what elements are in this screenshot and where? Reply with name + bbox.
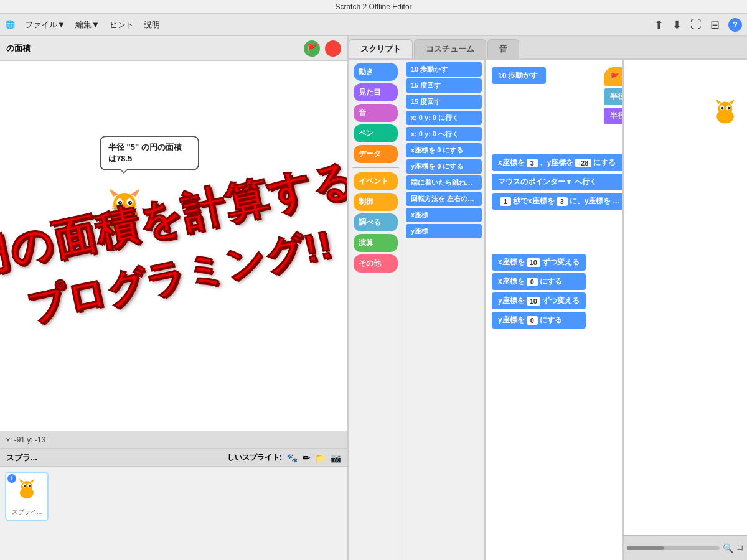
- svg-point-34: [728, 107, 730, 110]
- svg-marker-29: [715, 99, 721, 104]
- block-stack-3: x座標を 3 、y座標を -28 にする マウスのポインター▼ へ行く 1 秒で…: [492, 153, 622, 211]
- camera-sprite-icon[interactable]: 📷: [331, 453, 341, 463]
- stop-button[interactable]: [325, 40, 341, 57]
- svg-point-17: [113, 223, 123, 229]
- stage-right-cat-icon: [710, 97, 741, 134]
- upload-button[interactable]: ⬆: [654, 18, 664, 32]
- script-content: 動き 見た目 音 ペン データ イベント 制御 調べる 演算 その他 10 歩動…: [349, 60, 747, 560]
- edit-menu[interactable]: 編集▼: [75, 19, 100, 30]
- pb-turn-r[interactable]: 15 度回す: [406, 78, 482, 93]
- stage-header: の面積 🚩: [0, 36, 347, 61]
- block-stack-1: 10 歩動かす: [492, 66, 546, 85]
- block-change-x[interactable]: x座標を 10 ずつ変える: [492, 254, 586, 271]
- overlay-line2: プログラミング!!: [22, 218, 337, 334]
- menu-bar: 🌐 ファイル▼ 編集▼ ヒント 説明 ⬆ ⬇ ⛶ ⊟ ?: [0, 14, 747, 36]
- title-bar: Scratch 2 Offline Editor: [0, 0, 747, 14]
- svg-point-20: [21, 481, 32, 492]
- block-change-y[interactable]: y座標を 10 ずつ変える: [492, 292, 586, 309]
- download-button[interactable]: ⬇: [672, 18, 682, 32]
- cat-events[interactable]: イベント: [354, 172, 398, 190]
- block-palette: 動き 見た目 音 ペン データ イベント 制御 調べる 演算 その他 10 歩動…: [349, 60, 486, 560]
- block-stack-2: 🚩 がクリックされたとき 半径は？ と聞いて待つ 半径 答え "の円の... は…: [604, 66, 622, 126]
- pb-walk[interactable]: 10 歩動かす: [406, 62, 482, 77]
- category-column: 動き 見た目 音 ペン データ イベント 制御 調べる 演算 その他: [349, 60, 403, 560]
- svg-marker-21: [19, 478, 24, 483]
- cat-control[interactable]: 制御: [354, 193, 398, 211]
- shrink-button[interactable]: ⊟: [710, 18, 720, 32]
- pb-setdir[interactable]: 回転方法を 左右のみ▼ にする: [406, 192, 482, 206]
- right-panel: スクリプト コスチューム 音 動き 見た目 音 ペン データ イベント 制御: [349, 36, 747, 560]
- coords: x: -91 y: -13: [6, 436, 45, 444]
- toolbar: ⬆ ⬇ ⛶ ⊟ ?: [654, 18, 742, 32]
- block-set-y[interactable]: y座標を 0 にする: [492, 312, 586, 329]
- block-glide-xy[interactable]: 1 秒でx座標を 3 に、y座標を ...: [492, 193, 622, 210]
- svg-point-18: [126, 223, 136, 229]
- main-layout: の面積 🚩 半径 "5" の円の面積 は78.5: [0, 36, 747, 560]
- zoom-icon[interactable]: 🔍: [723, 543, 733, 553]
- cat-pen[interactable]: ペン: [354, 124, 398, 142]
- block-set-x[interactable]: x座標を 0 にする: [492, 273, 586, 290]
- stage-controls: 🚩: [304, 40, 341, 57]
- new-sprite-controls: しいスプライト: 🐾 ✏ 📁 📷: [227, 452, 341, 463]
- sprite-area: スプラ... しいスプライト: 🐾 ✏ 📁 📷 i: [0, 448, 347, 560]
- paint-sprite-icon[interactable]: 🐾: [287, 453, 298, 463]
- pb-goto[interactable]: x: 0 y: 0 に行く: [406, 111, 482, 125]
- globe-icon[interactable]: 🌐: [5, 20, 15, 29]
- cat-motion[interactable]: 動き: [354, 63, 398, 81]
- green-flag-button[interactable]: 🚩: [304, 40, 320, 57]
- hint-menu[interactable]: ヒント: [110, 19, 134, 30]
- sprite-header: スプラ... しいスプライト: 🐾 ✏ 📁 📷: [0, 449, 347, 467]
- pb-setx[interactable]: x座標を 0 にする: [406, 143, 482, 157]
- sprite-list: i スプライ...: [0, 467, 347, 526]
- help-menu[interactable]: 説明: [144, 19, 160, 30]
- upload-sprite-icon[interactable]: 📁: [315, 453, 326, 463]
- svg-point-28: [718, 102, 733, 116]
- zoom-label: コ: [736, 543, 744, 553]
- stage-canvas: 半径 "5" の円の面積 は78.5: [0, 61, 347, 431]
- sprite-header-label: スプラ...: [6, 452, 37, 464]
- sprite-item[interactable]: i スプライ...: [5, 472, 49, 521]
- help-button[interactable]: ?: [728, 18, 742, 32]
- svg-point-26: [29, 485, 31, 487]
- block-goto-mouse[interactable]: マウスのポインター▼ へ行く: [492, 174, 622, 190]
- cat-looks[interactable]: 見た目: [354, 83, 398, 101]
- tabs: スクリプト コスチューム 音: [349, 36, 747, 60]
- tab-costume[interactable]: コスチューム: [414, 39, 486, 58]
- svg-point-1: [113, 193, 136, 215]
- block-ask[interactable]: 半径は？ と聞いて待つ: [604, 88, 622, 105]
- svg-point-8: [118, 201, 122, 205]
- pb-turn-l[interactable]: 15 度回す: [406, 95, 482, 109]
- cat-sensing[interactable]: 調べる: [354, 213, 398, 231]
- tab-sound[interactable]: 音: [487, 39, 519, 58]
- scratch-cat: [100, 185, 149, 235]
- cat-operators[interactable]: 演算: [354, 234, 398, 252]
- script-workspace[interactable]: 10 歩動かす 🚩 がクリックされたとき 半径は？ と聞いて待つ 半径 答え "…: [486, 60, 622, 560]
- pb-bounce[interactable]: 端に着いたら跳ね返る: [406, 175, 482, 190]
- app-title: Scratch 2 Offline Editor: [335, 2, 411, 11]
- svg-marker-30: [729, 99, 735, 104]
- overlay-text: 円の面積を計算する プログラミング!!: [0, 61, 347, 431]
- fullscreen-button[interactable]: ⛶: [690, 18, 702, 31]
- block-say[interactable]: 半径 答え "の円の... は 計算 と: [604, 108, 622, 124]
- cat-data[interactable]: データ: [354, 145, 398, 163]
- edit-sprite-icon[interactable]: ✏: [303, 453, 310, 463]
- tab-script[interactable]: スクリプト: [349, 39, 413, 58]
- palette-scroll: 動き 見た目 音 ペン データ イベント 制御 調べる 演算 その他 10 歩動…: [349, 60, 484, 560]
- new-sprite-label: しいスプライト:: [227, 452, 282, 463]
- block-flag-clicked[interactable]: 🚩 がクリックされたとき: [604, 67, 622, 86]
- sprite-label: スプライ...: [12, 508, 42, 516]
- cat-sound[interactable]: 音: [354, 104, 398, 122]
- file-menu[interactable]: ファイル▼: [25, 19, 65, 30]
- block-xy-set[interactable]: x座標を 3 、y座標を -28 にする: [492, 154, 622, 171]
- cat-more[interactable]: その他: [354, 254, 398, 273]
- svg-marker-22: [30, 478, 35, 483]
- pb-getx[interactable]: x座標: [406, 208, 482, 222]
- pb-gety[interactable]: y座標: [406, 224, 482, 238]
- svg-point-25: [24, 485, 26, 487]
- pb-glide[interactable]: x: 0 y: 0 へ行く: [406, 127, 482, 141]
- svg-point-9: [128, 201, 132, 205]
- block-walk[interactable]: 10 歩動かす: [492, 67, 546, 84]
- stage-right-preview: 🔍 コ: [622, 60, 747, 560]
- pb-sety[interactable]: y座標を 0 にする: [406, 159, 482, 174]
- stage-title: の面積: [6, 43, 31, 54]
